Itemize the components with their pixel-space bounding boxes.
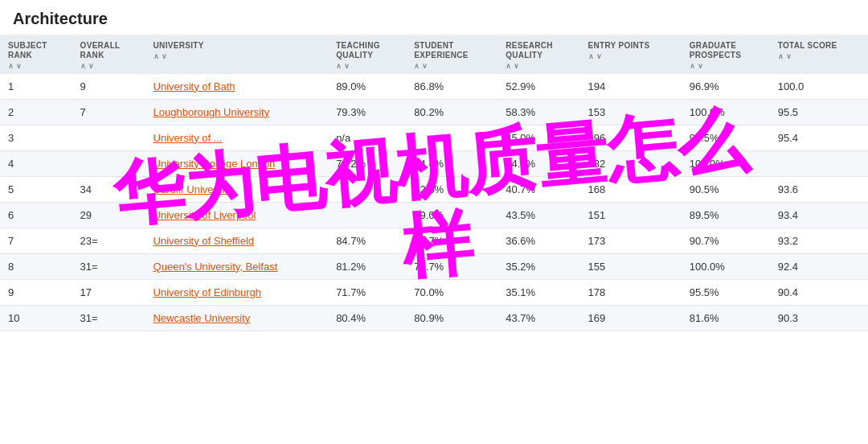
table-row: 723=University of Sheffield84.7%84.7%36.… — [0, 228, 868, 253]
cell-university[interactable]: University of Bath — [145, 74, 329, 100]
cell-subject_rank: 8 — [0, 253, 72, 279]
cell-graduate_prospects: 90.5% — [682, 176, 770, 202]
cell-student_experience: 80.9% — [406, 305, 497, 331]
cell-research_quality: 54.1% — [497, 150, 579, 176]
cell-teaching_quality: 79.3% — [328, 99, 406, 125]
cell-subject_rank: 1 — [0, 74, 72, 100]
sort-icon-graduate[interactable]: ∧ ∨ — [690, 62, 762, 71]
col-graduate-prospects: GRADUATEPROSPECTS ∧ ∨ — [682, 35, 770, 74]
cell-research_quality: 40.7% — [497, 176, 579, 202]
cell-total_score: 95.5 — [770, 99, 868, 125]
cell-university[interactable]: University of ... — [145, 125, 329, 150]
col-teaching-quality: TEACHINGQUALITY ∧ ∨ — [328, 35, 406, 74]
cell-overall_rank: 31= — [72, 253, 145, 279]
cell-entry_points: 151 — [580, 202, 682, 228]
cell-total_score — [770, 150, 868, 176]
cell-total_score: 93.4 — [770, 202, 868, 228]
cell-total_score: 93.6 — [770, 176, 868, 202]
cell-teaching_quality — [328, 202, 406, 228]
cell-teaching_quality: 84.7% — [328, 228, 406, 253]
cell-university[interactable]: Queen's University, Belfast — [145, 253, 329, 279]
university-link[interactable]: Loughborough University — [154, 106, 270, 118]
table-row: 629University of Liverpool89.0%43.5%1518… — [0, 202, 868, 228]
cell-graduate_prospects: 100.0% — [682, 99, 770, 125]
sort-icon-research[interactable]: ∧ ∨ — [506, 62, 571, 71]
cell-teaching_quality: 89.0% — [328, 74, 406, 100]
sort-icon-teaching[interactable]: ∧ ∨ — [336, 62, 398, 71]
cell-entry_points: 173 — [580, 228, 682, 253]
university-link[interactable]: University of ... — [154, 132, 223, 144]
cell-total_score: 93.2 — [770, 228, 868, 253]
sort-icon-total[interactable]: ∧ ∨ — [778, 52, 860, 61]
university-link[interactable]: Cardiff University — [154, 183, 233, 195]
cell-university[interactable]: University of Liverpool — [145, 202, 329, 228]
cell-graduate_prospects: 81.6% — [682, 305, 770, 331]
cell-subject_rank: 10 — [0, 305, 72, 331]
university-link[interactable]: University of Bath — [154, 80, 235, 92]
sort-icon-subject-rank[interactable]: ∧ ∨ — [8, 62, 64, 71]
cell-university[interactable]: Cardiff University — [145, 176, 329, 202]
cell-total_score: 90.3 — [770, 305, 868, 331]
cell-research_quality: 52.9% — [497, 74, 579, 100]
cell-overall_rank — [72, 125, 145, 150]
col-student-experience: STUDENTEXPERIENCE ∧ ∨ — [406, 35, 497, 74]
cell-subject_rank: 9 — [0, 279, 72, 305]
cell-student_experience: 84.7% — [406, 228, 497, 253]
table-row: 831=Queen's University, Belfast81.2%76.7… — [0, 253, 868, 279]
university-link[interactable]: Newcastle University — [154, 312, 251, 324]
table-row: 19University of Bath89.0%86.8%52.9%19496… — [0, 74, 868, 100]
cell-graduate_prospects: 100.0% — [682, 150, 770, 176]
cell-entry_points: 182 — [580, 150, 682, 176]
cell-research_quality: 45.0% — [497, 125, 579, 150]
cell-total_score: 90.4 — [770, 279, 868, 305]
university-link[interactable]: Queen's University, Belfast — [154, 261, 278, 273]
cell-student_experience: 64.4% — [406, 150, 497, 176]
cell-entry_points: 155 — [580, 253, 682, 279]
col-entry-points: ENTRY POINTS ∧ ∨ — [580, 35, 682, 74]
cell-university[interactable]: Newcastle University — [145, 305, 329, 331]
cell-teaching_quality: n/a — [328, 125, 406, 150]
cell-student_experience: 86.8% — [406, 74, 497, 100]
cell-subject_rank: 5 — [0, 176, 72, 202]
sort-icon-overall-rank[interactable]: ∧ ∨ — [80, 62, 137, 71]
cell-graduate_prospects: 96.9% — [682, 74, 770, 100]
cell-graduate_prospects: 90.5% — [682, 125, 770, 150]
cell-entry_points: 194 — [580, 74, 682, 100]
cell-university[interactable]: Loughborough University — [145, 99, 329, 125]
cell-overall_rank: 34 — [72, 176, 145, 202]
cell-university[interactable]: University of Sheffield — [145, 228, 329, 253]
cell-student_experience: 80.2% — [406, 99, 497, 125]
cell-entry_points: 196 — [580, 125, 682, 150]
cell-university[interactable]: University College London — [145, 150, 329, 176]
cell-graduate_prospects: 95.5% — [682, 279, 770, 305]
cell-overall_rank: 9 — [72, 74, 145, 100]
table-row: 27Loughborough University79.3%80.2%58.3%… — [0, 99, 868, 125]
cell-overall_rank: 31= — [72, 305, 145, 331]
university-link[interactable]: University of Liverpool — [154, 209, 256, 221]
col-total-score: TOTAL SCORE ∧ ∨ — [770, 35, 868, 74]
cell-university[interactable]: University of Edinburgh — [145, 279, 329, 305]
cell-graduate_prospects: 89.5% — [682, 202, 770, 228]
cell-overall_rank: 17 — [72, 279, 145, 305]
sort-icon-student-exp[interactable]: ∧ ∨ — [414, 62, 489, 71]
cell-student_experience — [406, 125, 497, 150]
table-row: 917University of Edinburgh71.7%70.0%35.1… — [0, 279, 868, 305]
cell-subject_rank: 6 — [0, 202, 72, 228]
cell-teaching_quality: 80.4% — [328, 305, 406, 331]
university-link[interactable]: University of Sheffield — [154, 235, 255, 247]
cell-overall_rank: 23= — [72, 228, 145, 253]
col-subject-rank: SUBJECTRANK ∧ ∨ — [0, 35, 72, 74]
page-title: Architecture — [0, 0, 868, 35]
cell-entry_points: 168 — [580, 176, 682, 202]
university-link[interactable]: University of Edinburgh — [154, 286, 261, 298]
cell-research_quality: 36.6% — [497, 228, 579, 253]
cell-student_experience: 70.0% — [406, 279, 497, 305]
sort-icon-entry[interactable]: ∧ ∨ — [588, 52, 674, 61]
sort-icon-university[interactable]: ∧ ∨ — [154, 52, 321, 61]
university-link[interactable]: University College London — [154, 158, 276, 170]
cell-entry_points: 178 — [580, 279, 682, 305]
rankings-table: SUBJECTRANK ∧ ∨ OVERALLRANK ∧ ∨ UNIVERSI… — [0, 35, 868, 331]
col-university: UNIVERSITY ∧ ∨ — [145, 35, 329, 74]
cell-subject_rank: 4 — [0, 150, 72, 176]
table-row: 3University of ...n/a45.0%19690.5%95.4 — [0, 125, 868, 150]
